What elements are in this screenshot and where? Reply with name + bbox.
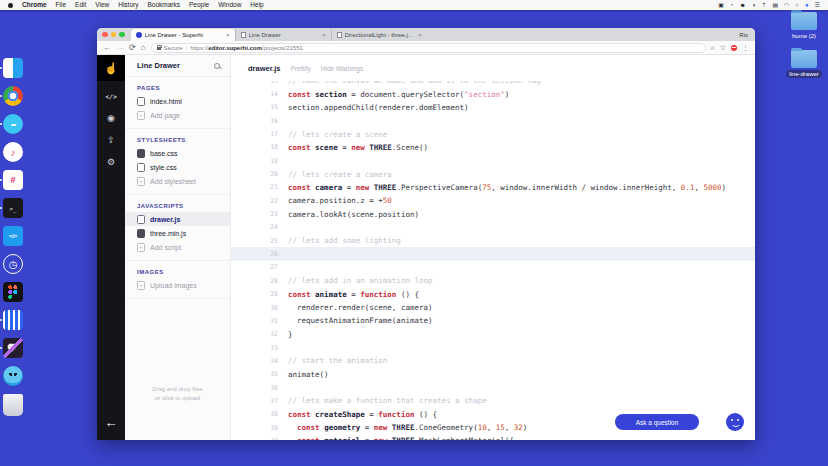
superhi-logo-icon[interactable]: ☝ bbox=[97, 55, 125, 81]
wifi-icon[interactable]: ◠ bbox=[784, 0, 789, 10]
messages-dock-icon[interactable]: ••• bbox=[3, 114, 23, 134]
clock-icon[interactable]: ◔ bbox=[730, 0, 734, 10]
movie-app-dock-icon[interactable] bbox=[3, 338, 23, 358]
terminal-dock-icon[interactable]: >_ bbox=[3, 198, 23, 218]
sidebar-item-style-css[interactable]: style.css bbox=[125, 160, 230, 174]
vscode-dock-icon[interactable]: </> bbox=[3, 226, 23, 246]
upload-status-icon[interactable]: ⇡ bbox=[761, 0, 766, 10]
forward-icon[interactable]: → bbox=[116, 44, 124, 52]
reload-icon[interactable]: ⟳ bbox=[129, 44, 136, 52]
notification-center-icon[interactable]: ☰ bbox=[815, 0, 820, 10]
code-line[interactable]: 24 bbox=[231, 221, 755, 234]
code-line[interactable]: 28// lets add in an animation loop bbox=[231, 274, 755, 287]
menu-item-edit[interactable]: Edit bbox=[75, 0, 86, 10]
code-line[interactable]: 15section.appendChild(renderer.domElemen… bbox=[231, 101, 755, 114]
chrome-menu-icon[interactable]: ⋮ bbox=[742, 44, 749, 51]
sidebar-item-three-min-js[interactable]: three.min.js bbox=[125, 226, 230, 240]
hide-warnings-button[interactable]: Hide Warnings bbox=[321, 65, 363, 72]
code-line[interactable]: 20// lets create a camera bbox=[231, 167, 755, 180]
code-line[interactable]: 30 renderer.render(scene, camera) bbox=[231, 301, 755, 314]
menu-item-file[interactable]: File bbox=[56, 0, 66, 10]
close-window-button[interactable] bbox=[102, 32, 108, 38]
extension-badge-icon[interactable] bbox=[731, 45, 737, 51]
back-icon[interactable]: ← bbox=[103, 44, 111, 52]
menu-item-window[interactable]: Window bbox=[218, 0, 241, 10]
figma-dock-icon[interactable] bbox=[3, 282, 23, 302]
ask-question-button[interactable]: Ask a question bbox=[615, 414, 699, 430]
code-line[interactable]: 29const animate = function () { bbox=[231, 288, 755, 301]
users-icon[interactable]: ☻ bbox=[739, 0, 745, 10]
chrome-dock-icon[interactable] bbox=[3, 86, 23, 106]
menu-item-help[interactable]: Help bbox=[250, 0, 263, 10]
code-line[interactable]: 32} bbox=[231, 328, 755, 341]
desktop-folder-home-2-[interactable]: home (2) bbox=[789, 12, 819, 40]
music-dock-icon[interactable]: ♪ bbox=[3, 142, 23, 162]
secure-lock-icon[interactable] bbox=[157, 47, 161, 50]
preview-eye-icon[interactable]: ◉ bbox=[107, 114, 115, 123]
desktop-folder-line-drawer[interactable]: line-drawer bbox=[786, 50, 822, 78]
browser-tab-2[interactable]: DirectionalLight - three.js do...× bbox=[331, 29, 427, 41]
cursor-line[interactable]: 26 bbox=[231, 247, 755, 260]
screen-mirror-icon[interactable]: ▤ bbox=[772, 0, 778, 10]
spotlight-icon[interactable]: ○ bbox=[795, 0, 799, 10]
code-line[interactable]: 33 bbox=[231, 341, 755, 354]
sidebar-item-base-css[interactable]: base.css bbox=[125, 146, 230, 160]
code-line[interactable]: 19 bbox=[231, 154, 755, 167]
code-line[interactable]: 16 bbox=[231, 114, 755, 127]
address-bar[interactable]: Secure | https://editor.superhi.com/proj… bbox=[151, 43, 706, 53]
code-line[interactable]: 22camera.position.z = +50 bbox=[231, 194, 755, 207]
sidebar-item-add-script[interactable]: +Add script bbox=[125, 240, 230, 254]
search-icon[interactable] bbox=[214, 63, 220, 69]
code-line[interactable]: 27 bbox=[231, 261, 755, 274]
menu-item-chrome[interactable]: Chrome bbox=[22, 0, 47, 10]
code-line[interactable]: 25// lets add some lighting bbox=[231, 234, 755, 247]
apple-menu-icon[interactable] bbox=[8, 3, 13, 8]
menu-item-view[interactable]: View bbox=[95, 0, 109, 10]
prettify-button[interactable]: Prettify bbox=[291, 65, 311, 72]
code-line[interactable]: 18const scene = new THREE.Scene() bbox=[231, 141, 755, 154]
code-line[interactable]: 36 bbox=[231, 381, 755, 394]
code-line[interactable]: 21const camera = new THREE.PerspectiveCa… bbox=[231, 181, 755, 194]
code-line[interactable]: 37// lets make a function that creates a… bbox=[231, 394, 755, 407]
code-line[interactable]: 35animate() bbox=[231, 368, 755, 381]
settings-gear-icon[interactable]: ⚙ bbox=[107, 158, 115, 167]
bookmark-star-icon[interactable]: ☆ bbox=[720, 44, 726, 51]
slack-dock-icon[interactable]: # bbox=[3, 170, 23, 190]
chat-smiley-icon[interactable] bbox=[726, 413, 744, 431]
display-icon[interactable]: ▣ bbox=[718, 0, 724, 10]
code-line[interactable]: 23camera.lookAt(scene.position) bbox=[231, 207, 755, 220]
code-view-icon[interactable]: </> bbox=[105, 94, 117, 101]
browser-tab-0[interactable]: Line Drawer - Superhi× bbox=[131, 29, 235, 41]
moon-icon[interactable]: ◑ bbox=[752, 0, 756, 10]
minimize-window-button[interactable] bbox=[111, 32, 117, 38]
menu-item-history[interactable]: History bbox=[118, 0, 138, 10]
upload-share-icon[interactable]: ⇪ bbox=[107, 136, 115, 145]
zoom-search-icon[interactable]: ⌕ bbox=[711, 44, 715, 51]
trash-dock-icon[interactable] bbox=[3, 394, 23, 416]
code-line[interactable]: 34// start the animation bbox=[231, 354, 755, 367]
sidebar-item-add-stylesheet[interactable]: +Add stylesheet bbox=[125, 174, 230, 188]
code-editor[interactable]: 13// take the canvas we made and add it … bbox=[231, 81, 755, 440]
sidebar-item-upload-images[interactable]: +Upload images bbox=[125, 278, 230, 292]
sidebar-item-index-html[interactable]: index.html bbox=[125, 94, 230, 108]
sidebar-item-add-page[interactable]: +Add page bbox=[125, 108, 230, 122]
striped-app-dock-icon[interactable] bbox=[3, 310, 23, 330]
code-line[interactable]: 31 requestAnimationFrame(animate) bbox=[231, 314, 755, 327]
tab-close-icon[interactable]: × bbox=[322, 32, 326, 38]
menu-item-bookmarks[interactable]: Bookmarks bbox=[147, 0, 180, 10]
siri-icon[interactable]: ● bbox=[805, 0, 809, 10]
tab-close-icon[interactable]: × bbox=[418, 32, 422, 38]
code-line[interactable]: 17// lets create a scene bbox=[231, 127, 755, 140]
menu-item-people[interactable]: People bbox=[189, 0, 209, 10]
home-icon[interactable]: ⌂ bbox=[141, 44, 146, 52]
upload-dropzone[interactable]: Drag and drop files or click to upload bbox=[125, 385, 230, 404]
bird-app-dock-icon[interactable] bbox=[3, 366, 23, 386]
finder-dock-icon[interactable] bbox=[3, 58, 23, 78]
sidebar-item-drawer-js[interactable]: drawer.js bbox=[125, 212, 230, 226]
chrome-profile-name[interactable]: Rix bbox=[739, 32, 748, 38]
back-arrow-button[interactable]: ← bbox=[97, 415, 125, 430]
clock-dock-icon[interactable]: ◷ bbox=[3, 254, 23, 274]
tab-close-icon[interactable]: × bbox=[226, 32, 230, 38]
zoom-window-button[interactable] bbox=[119, 32, 125, 38]
code-line[interactable]: 40 const material = new THREE.MeshLamber… bbox=[231, 434, 755, 440]
